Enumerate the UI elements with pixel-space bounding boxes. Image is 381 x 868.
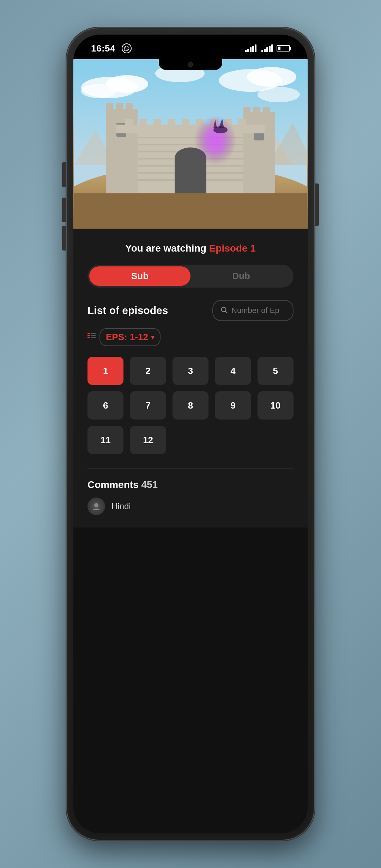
svg-rect-34 (153, 119, 161, 126)
comment-author: Hindi (111, 501, 131, 511)
svg-rect-35 (168, 119, 175, 126)
main-content: You are watching Episode 1 Sub Dub List … (73, 229, 308, 528)
svg-rect-26 (243, 112, 275, 193)
episode-grid: 1 2 3 4 5 6 7 8 9 10 11 12 (87, 357, 294, 454)
svg-rect-53 (91, 333, 96, 334)
svg-rect-50 (87, 333, 90, 334)
svg-rect-12 (74, 193, 307, 229)
svg-rect-29 (263, 107, 270, 116)
svg-point-48 (222, 307, 226, 312)
episodes-title: List of episodes (87, 305, 168, 317)
notch-camera (188, 62, 193, 67)
episode-6-button[interactable]: 6 (87, 391, 123, 420)
battery-icon: 24 (277, 45, 290, 52)
svg-rect-27 (243, 107, 250, 116)
episode-9-button[interactable]: 9 (215, 391, 251, 420)
sub-dub-toggle: Sub Dub (87, 265, 294, 288)
svg-rect-23 (116, 103, 123, 112)
svg-rect-33 (139, 119, 147, 126)
episode-7-button[interactable]: 7 (130, 391, 166, 420)
watching-label: You are watching Episode 1 (87, 243, 294, 254)
episode-2-button[interactable]: 2 (130, 357, 166, 385)
svg-rect-24 (126, 103, 133, 112)
comment-avatar (87, 498, 105, 515)
eps-range-button[interactable]: EPS: 1-12 ▾ (99, 328, 161, 346)
list-icon (87, 333, 96, 342)
episode-3-button[interactable]: 3 (173, 357, 208, 385)
comments-section: Comments 451 Hindi (87, 468, 294, 515)
status-bar: 16:54 (73, 35, 308, 59)
svg-line-49 (225, 311, 227, 313)
chevron-down-icon: ▾ (151, 333, 154, 341)
whatsapp-icon (122, 43, 132, 53)
episode-4-button[interactable]: 4 (215, 357, 251, 385)
comments-header: Comments 451 (87, 479, 294, 490)
video-thumbnail[interactable] (73, 59, 308, 229)
avatar-image (87, 498, 105, 515)
eps-selector: EPS: 1-12 ▾ (87, 328, 294, 346)
svg-rect-54 (91, 335, 96, 336)
search-icon (220, 306, 228, 315)
battery-text: 24 (282, 47, 285, 50)
eps-range-label: EPS: 1-12 (106, 332, 148, 343)
svg-rect-32 (125, 119, 133, 126)
svg-point-5 (247, 67, 296, 87)
svg-rect-28 (253, 107, 260, 116)
signal-bars-1 (245, 44, 256, 52)
battery-fill (278, 47, 280, 50)
svg-point-56 (94, 503, 98, 507)
signal-bars-2 (261, 44, 273, 52)
phone-frame: 16:54 (67, 28, 314, 840)
svg-point-3 (81, 84, 116, 98)
episode-12-button[interactable]: 12 (130, 426, 166, 454)
notch (159, 59, 222, 70)
svg-rect-14 (116, 137, 265, 138)
svg-rect-51 (87, 335, 90, 336)
episode-5-button[interactable]: 5 (258, 357, 294, 385)
sub-button[interactable]: Sub (89, 266, 190, 286)
svg-point-6 (258, 87, 300, 102)
svg-rect-36 (182, 119, 189, 126)
phone-screen: 16:54 (73, 35, 308, 833)
svg-rect-52 (87, 337, 90, 338)
episode-11-button[interactable]: 11 (87, 426, 123, 454)
search-input[interactable] (231, 306, 286, 315)
status-time: 16:54 (91, 43, 115, 54)
svg-rect-15 (116, 144, 265, 145)
status-icons: 24 (243, 44, 290, 52)
episode-search-box[interactable] (212, 300, 294, 321)
episode-8-button[interactable]: 8 (173, 391, 208, 420)
svg-rect-22 (106, 103, 113, 112)
svg-rect-55 (91, 337, 96, 338)
dub-button[interactable]: Dub (190, 266, 292, 286)
episode-1-button[interactable]: 1 (87, 357, 123, 385)
episodes-header: List of episodes (87, 300, 294, 321)
comment-item: Hindi (87, 498, 294, 515)
episode-10-button[interactable]: 10 (258, 391, 294, 420)
svg-rect-40 (238, 119, 246, 126)
